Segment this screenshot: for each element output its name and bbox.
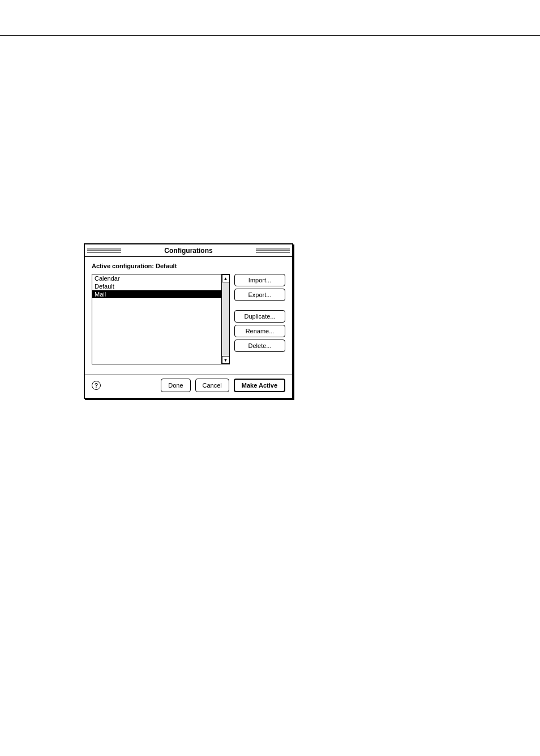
- dialog-footer: ? Done Cancel Make Active: [85, 375, 292, 398]
- config-list[interactable]: Calendar Default Mail ▲ ▼: [92, 274, 230, 364]
- list-item-default[interactable]: Default: [92, 282, 221, 290]
- rename-button[interactable]: Rename...: [234, 325, 285, 337]
- done-button[interactable]: Done: [161, 379, 190, 392]
- list-item-mail[interactable]: Mail: [92, 290, 221, 298]
- help-button[interactable]: ?: [92, 381, 101, 390]
- footer-buttons: Done Cancel Make Active: [161, 379, 285, 392]
- titlebar-decoration-right: [256, 248, 290, 252]
- dialog-content: Calendar Default Mail ▲ ▼ Import... Expo…: [92, 274, 285, 364]
- scroll-down-arrow[interactable]: ▼: [222, 356, 230, 364]
- import-button[interactable]: Import...: [234, 274, 285, 286]
- delete-button[interactable]: Delete...: [234, 340, 285, 352]
- list-content: Calendar Default Mail: [92, 274, 221, 298]
- export-button[interactable]: Export...: [234, 289, 285, 301]
- scroll-up-arrow[interactable]: ▲: [222, 274, 230, 282]
- configurations-dialog: Configurations Active configuration: Def…: [84, 243, 293, 399]
- page-divider: [0, 35, 540, 36]
- dialog-body: Active configuration: Default Calendar D…: [85, 257, 292, 370]
- cancel-button[interactable]: Cancel: [195, 379, 229, 392]
- action-buttons: Import... Export... Duplicate... Rename.…: [234, 274, 285, 352]
- titlebar-decoration-left: [87, 248, 121, 252]
- duplicate-button[interactable]: Duplicate...: [234, 310, 285, 323]
- list-item-calendar[interactable]: Calendar: [92, 274, 221, 282]
- active-config-label: Active configuration: Default: [92, 263, 285, 269]
- list-scrollbar[interactable]: ▲ ▼: [221, 274, 229, 364]
- dialog-titlebar: Configurations: [85, 244, 292, 257]
- buttons-spacer: [234, 303, 285, 308]
- dialog-title: Configurations: [162, 247, 215, 255]
- make-active-button[interactable]: Make Active: [234, 379, 285, 392]
